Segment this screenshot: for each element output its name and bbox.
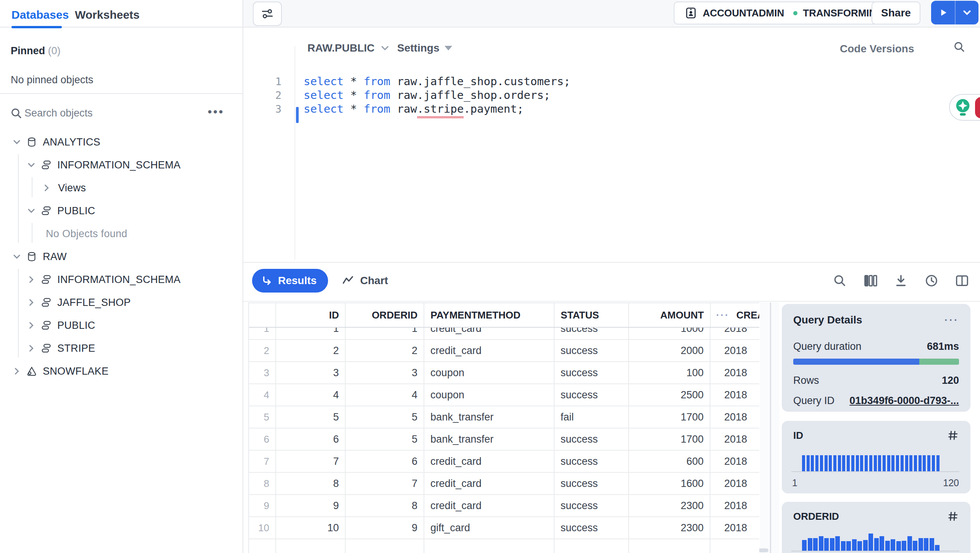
table-row[interactable]: 555bank_transferfail17002018	[249, 406, 759, 428]
cell: 1600	[629, 473, 711, 494]
numeric-hash-icon[interactable]	[947, 510, 959, 522]
histogram-bar	[869, 455, 872, 471]
code-line-3[interactable]: select * from raw.stripe.payment;	[304, 102, 524, 115]
column-header-status[interactable]: STATUS	[555, 303, 629, 327]
chevron-right-icon[interactable]	[26, 343, 37, 354]
suggestions-widget[interactable]: 1	[949, 94, 980, 121]
cell: 5	[276, 406, 346, 428]
run-options-button[interactable]	[955, 1, 978, 24]
column-header-created[interactable]: ···CREATED	[711, 303, 759, 327]
code-line-2[interactable]: select * from raw.jaffle_shop.orders;	[304, 89, 550, 102]
search-options-menu-icon[interactable]: •••	[208, 105, 225, 118]
row-number: 3	[249, 362, 276, 383]
table-row[interactable]: 333couponsuccess1002018	[249, 362, 759, 384]
histogram-bar	[820, 455, 823, 471]
tree-item-analytics[interactable]: ANALYTICS	[0, 131, 237, 154]
table-row[interactable]: 776credit_cardsuccess6002018	[249, 451, 759, 473]
tab-databases[interactable]: Databases	[11, 8, 69, 21]
chevron-right-icon[interactable]	[26, 320, 37, 331]
histogram-bar	[891, 455, 894, 471]
table-row[interactable]: 111credit_cardsuccess10002018	[249, 328, 759, 340]
histogram-bar	[902, 541, 906, 551]
table-row-partial[interactable]	[249, 539, 759, 553]
cell: 8	[276, 473, 346, 494]
chevron-right-icon[interactable]	[26, 297, 37, 308]
chevron-right-icon[interactable]	[11, 366, 22, 377]
tree-item-snowflake[interactable]: SNOWFLAKE	[0, 360, 237, 383]
cell: 3	[276, 362, 346, 383]
table-row[interactable]: 444couponsuccess25002018	[249, 384, 759, 406]
cell: credit_card	[424, 451, 555, 472]
code-line-1[interactable]: select * from raw.jaffle_shop.customers;	[304, 75, 570, 88]
column-header[interactable]	[249, 303, 276, 327]
split-panel-icon[interactable]	[955, 273, 969, 288]
worksheet-options-button[interactable]	[253, 2, 282, 26]
cell: 100	[629, 362, 711, 383]
tree-item-views[interactable]: Views	[0, 176, 237, 199]
chevron-down-icon[interactable]	[26, 160, 37, 170]
id-card-title: ID	[793, 430, 803, 441]
table-row[interactable]: 222credit_cardsuccess20002018	[249, 340, 759, 362]
vertical-scrollbar-track[interactable]	[760, 302, 779, 553]
chevron-down-icon[interactable]	[26, 205, 37, 216]
search-input[interactable]	[24, 105, 185, 121]
table-row[interactable]: 887credit_cardsuccess16002018	[249, 473, 759, 495]
query-details-menu-icon[interactable]: ···	[944, 314, 959, 326]
code-versions-link[interactable]: Code Versions	[840, 43, 914, 55]
cell: 4	[346, 384, 424, 406]
context-selector[interactable]: RAW.PUBLIC	[307, 42, 391, 54]
tree-item-public-analytics[interactable]: PUBLIC	[0, 199, 237, 222]
cell: success	[555, 340, 629, 361]
cell: 5	[346, 406, 424, 428]
query-id-link[interactable]: 01b349f6-0000-d793-...	[849, 395, 959, 407]
tree-item-stripe[interactable]: STRIPE	[0, 337, 237, 360]
divider	[0, 93, 243, 94]
table-row[interactable]: 10109gift_cardsuccess23002018	[249, 517, 759, 539]
histogram-bar	[807, 455, 810, 471]
tab-chart[interactable]: Chart	[342, 269, 388, 293]
role-warehouse-selector[interactable]: ACCOUNTADMIN TRANSFORMING	[674, 2, 895, 24]
pinned-count: (0)	[48, 45, 61, 57]
search-results-icon[interactable]	[833, 273, 847, 288]
download-icon[interactable]	[894, 273, 908, 288]
settings-selector[interactable]: Settings	[397, 42, 452, 54]
column-header-amount[interactable]: AMOUNT	[629, 303, 711, 327]
cell: coupon	[424, 362, 555, 383]
table-body[interactable]: 111credit_cardsuccess10002018 222credit_…	[249, 328, 759, 553]
tab-results[interactable]: Results	[252, 269, 328, 293]
column-header-orderid[interactable]: ORDERID	[346, 303, 424, 327]
history-clock-icon[interactable]	[924, 273, 939, 288]
tree-item-label: Views	[58, 182, 86, 194]
chevron-right-icon[interactable]	[26, 274, 37, 285]
sql-keyword: select	[304, 102, 344, 115]
chevron-down-icon[interactable]	[11, 251, 22, 262]
tab-worksheets[interactable]: Worksheets	[75, 8, 140, 21]
vertical-scrollbar[interactable]	[770, 302, 771, 553]
tree-item-jaffle-shop[interactable]: JAFFLE_SHOP	[0, 291, 237, 314]
share-button[interactable]: Share	[872, 2, 920, 24]
chevron-down-icon[interactable]	[11, 137, 22, 147]
orderid-histogram	[802, 534, 940, 551]
column-menu-icon[interactable]: ···	[716, 309, 729, 321]
cell: 2018	[710, 495, 759, 516]
numeric-hash-icon[interactable]	[947, 429, 959, 441]
sql-editor[interactable]: RAW.PUBLIC Settings Code Versions 1 2 3 …	[243, 28, 980, 262]
caret-down-icon	[445, 46, 452, 50]
cell: 2018	[710, 362, 759, 383]
sql-identifier: raw	[397, 102, 417, 115]
tree-item-information-schema-raw[interactable]: INFORMATION_SCHEMA	[0, 268, 237, 291]
editor-search-icon[interactable]	[953, 40, 966, 53]
schema-icon	[40, 205, 52, 217]
tree-item-information-schema[interactable]: INFORMATION_SCHEMA	[0, 154, 237, 176]
run-button[interactable]	[931, 1, 955, 24]
histogram-bar	[909, 455, 912, 471]
tree-item-public-raw[interactable]: PUBLIC	[0, 314, 237, 337]
table-row[interactable]: 665bank_transfersuccess17002018	[249, 428, 759, 451]
columns-icon[interactable]	[863, 273, 878, 288]
column-header-id[interactable]: ID	[276, 303, 346, 327]
row-number: 6	[249, 428, 276, 450]
table-row[interactable]: 998credit_cardsuccess23002018	[249, 495, 759, 517]
tree-item-raw[interactable]: RAW	[0, 245, 237, 268]
column-header-paymentmethod[interactable]: PAYMENTMETHOD	[424, 303, 555, 327]
chevron-right-icon[interactable]	[41, 183, 52, 193]
